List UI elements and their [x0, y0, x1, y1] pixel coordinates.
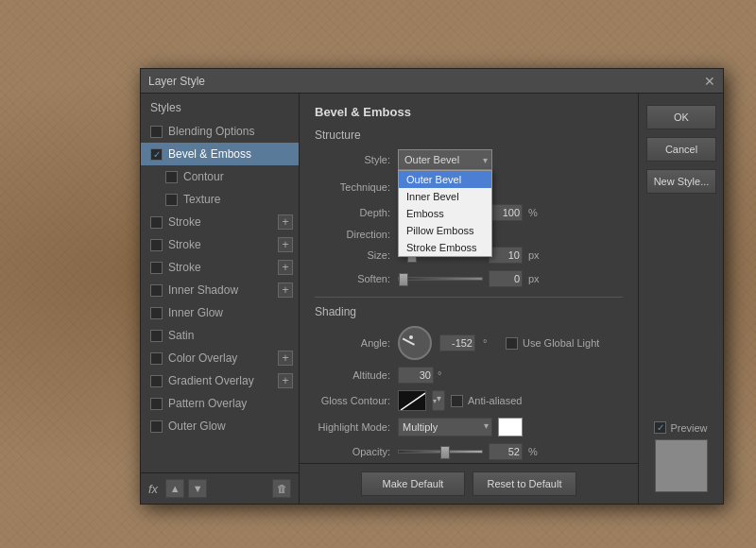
- sidebar-item-stroke-3[interactable]: Stroke +: [141, 256, 299, 279]
- angle-value[interactable]: -152: [439, 334, 475, 351]
- direction-label: Direction:: [315, 229, 390, 240]
- reset-to-default-button[interactable]: Reset to Default: [472, 471, 576, 496]
- sidebar-item-contour[interactable]: Contour: [141, 165, 299, 188]
- highlight-opacity-label: Opacity:: [315, 446, 390, 457]
- inner-shadow-label: Inner Shadow: [168, 283, 238, 297]
- stroke-1-checkbox[interactable]: [150, 216, 163, 229]
- satin-checkbox[interactable]: [150, 330, 163, 342]
- gradient-overlay-add-button[interactable]: +: [278, 373, 293, 388]
- contour-dropdown-arrow[interactable]: ▾: [432, 390, 445, 411]
- inner-glow-checkbox[interactable]: [150, 307, 163, 319]
- inner-shadow-checkbox[interactable]: [150, 284, 163, 297]
- stroke-3-add-button[interactable]: +: [278, 260, 293, 275]
- outer-glow-label: Outer Glow: [168, 420, 226, 433]
- sidebar-item-bevel-emboss[interactable]: Bevel & Emboss: [141, 143, 299, 165]
- stroke-2-label: Stroke: [168, 238, 201, 251]
- menu-item-emboss[interactable]: Emboss: [399, 205, 491, 222]
- satin-label: Satin: [168, 329, 194, 342]
- outer-glow-checkbox[interactable]: [150, 420, 163, 433]
- soften-value[interactable]: 0: [489, 270, 523, 287]
- blending-options-checkbox[interactable]: [150, 126, 163, 138]
- shading-section: Shading Angle: -152 ° Use Glo: [315, 297, 623, 463]
- soften-slider[interactable]: [398, 277, 483, 281]
- sidebar-item-stroke-2[interactable]: Stroke +: [141, 233, 299, 256]
- contour-dropdown-wrapper: ▾: [432, 390, 445, 411]
- menu-item-pillow-emboss[interactable]: Pillow Emboss: [399, 222, 491, 239]
- angle-row: Angle: -152 ° Use Global Light: [315, 326, 623, 360]
- gradient-overlay-label: Gradient Overlay: [168, 374, 254, 387]
- ok-button[interactable]: OK: [646, 105, 716, 129]
- preview-checkbox[interactable]: ✓: [654, 421, 666, 434]
- size-unit: px: [528, 249, 543, 261]
- sidebar-item-texture[interactable]: Texture: [141, 188, 299, 211]
- soften-slider-thumb[interactable]: [399, 273, 408, 286]
- anti-aliased-row: Anti-aliased: [451, 395, 522, 407]
- color-overlay-label: Color Overlay: [168, 351, 237, 365]
- bevel-emboss-checkbox[interactable]: [150, 148, 163, 161]
- sidebar-item-inner-shadow[interactable]: Inner Shadow +: [141, 279, 299, 301]
- anti-aliased-checkbox[interactable]: [451, 395, 463, 407]
- sidebar-item-inner-glow[interactable]: Inner Glow: [141, 301, 299, 324]
- right-panel: OK Cancel New Style... ✓ Preview: [638, 94, 723, 504]
- sidebar-item-gradient-overlay[interactable]: Gradient Overlay +: [141, 369, 299, 392]
- inner-shadow-add-button[interactable]: +: [278, 283, 293, 298]
- highlight-opacity-slider[interactable]: [398, 450, 483, 454]
- style-label: Style:: [315, 154, 390, 165]
- menu-item-inner-bevel[interactable]: Inner Bevel: [399, 188, 491, 205]
- inner-glow-label: Inner Glow: [168, 306, 223, 319]
- preview-label: Preview: [670, 422, 707, 434]
- make-default-button[interactable]: Make Default: [361, 471, 465, 496]
- menu-item-stroke-emboss[interactable]: Stroke Emboss: [399, 239, 491, 256]
- structure-title: Structure: [315, 128, 623, 142]
- main-panel: Bevel & Emboss Structure Style: Outer Be…: [300, 94, 638, 504]
- stroke-2-checkbox[interactable]: [150, 239, 163, 251]
- stroke-1-add-button[interactable]: +: [278, 214, 293, 230]
- up-button[interactable]: ▲: [165, 479, 184, 498]
- sidebar-item-blending-options[interactable]: Blending Options: [141, 120, 299, 143]
- style-dropdown[interactable]: Outer Bevel: [398, 149, 492, 170]
- style-row: Style: Outer Bevel Outer Bevel Inner Bev…: [315, 149, 623, 170]
- angle-unit: °: [483, 337, 498, 349]
- size-value[interactable]: 10: [489, 247, 523, 264]
- sidebar-item-outer-glow[interactable]: Outer Glow: [141, 415, 299, 437]
- sidebar-item-pattern-overlay[interactable]: Pattern Overlay: [141, 392, 299, 415]
- use-global-light-checkbox[interactable]: [506, 337, 518, 350]
- gradient-overlay-checkbox[interactable]: [150, 375, 163, 387]
- stroke-3-label: Stroke: [168, 261, 201, 274]
- sidebar-item-color-overlay[interactable]: Color Overlay +: [141, 347, 299, 369]
- dialog-title: Layer Style: [148, 75, 205, 88]
- stroke-2-add-button[interactable]: +: [278, 237, 293, 252]
- highlight-opacity-thumb[interactable]: [440, 446, 450, 459]
- altitude-unit: °: [438, 369, 453, 381]
- dialog-body: Styles Blending Options Bevel & Emboss C…: [141, 94, 723, 504]
- close-button[interactable]: ✕: [704, 75, 715, 88]
- gloss-contour-preview[interactable]: [398, 390, 426, 411]
- down-button[interactable]: ▼: [188, 479, 207, 498]
- depth-value[interactable]: 100: [489, 204, 523, 221]
- left-panel-footer: fx ▲ ▼ 🗑: [141, 472, 299, 504]
- style-dropdown-value: Outer Bevel: [404, 154, 459, 165]
- angle-dot: [409, 335, 413, 339]
- highlight-opacity-value[interactable]: 52: [489, 443, 523, 460]
- sidebar-item-stroke-1[interactable]: Stroke +: [141, 211, 299, 233]
- color-overlay-checkbox[interactable]: [150, 352, 163, 365]
- menu-item-outer-bevel[interactable]: Outer Bevel: [399, 171, 491, 188]
- stroke-1-label: Stroke: [168, 215, 201, 229]
- highlight-mode-dropdown[interactable]: Multiply Normal Screen: [398, 418, 492, 437]
- sidebar-item-satin[interactable]: Satin: [141, 324, 299, 347]
- soften-row: Soften: 0 px: [315, 270, 623, 287]
- dialog-titlebar: Layer Style ✕: [141, 69, 723, 94]
- cancel-button[interactable]: Cancel: [646, 137, 716, 162]
- angle-controls: -152 ° Use Global Light: [398, 326, 599, 360]
- pattern-overlay-checkbox[interactable]: [150, 398, 163, 410]
- new-style-button[interactable]: New Style...: [646, 169, 716, 194]
- contour-checkbox[interactable]: [165, 171, 178, 183]
- use-global-light-row: Use Global Light: [506, 337, 599, 350]
- altitude-value[interactable]: 30: [398, 367, 434, 384]
- angle-wheel[interactable]: [398, 326, 432, 360]
- delete-button[interactable]: 🗑: [272, 479, 291, 498]
- color-overlay-add-button[interactable]: +: [278, 351, 293, 366]
- stroke-3-checkbox[interactable]: [150, 262, 163, 274]
- highlight-color-swatch[interactable]: [498, 418, 523, 437]
- texture-checkbox[interactable]: [165, 194, 178, 206]
